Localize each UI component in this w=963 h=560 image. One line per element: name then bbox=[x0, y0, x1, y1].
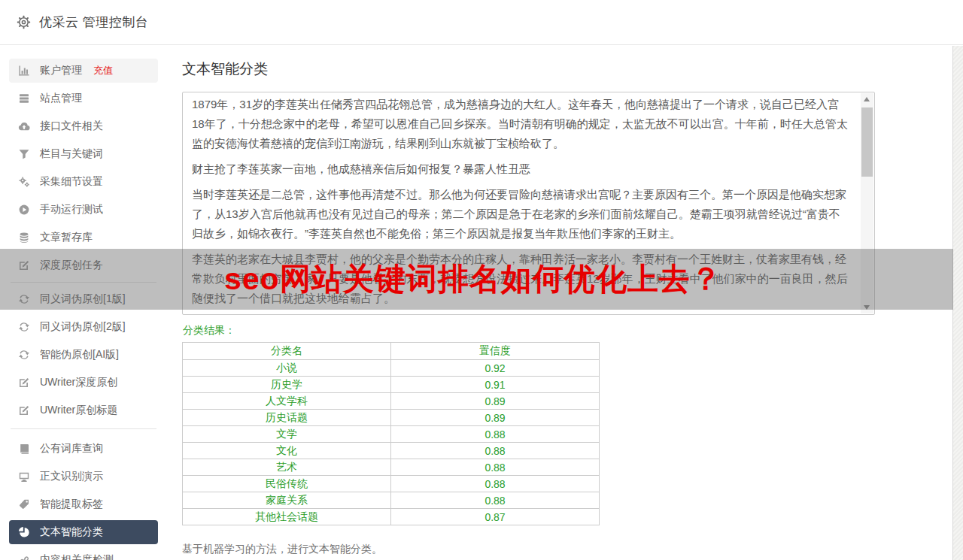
sidebar-item-label: 栏目与关键词 bbox=[40, 147, 103, 161]
sidebar-item-label: 文章暂存库 bbox=[40, 231, 93, 244]
refresh-icon bbox=[18, 349, 30, 361]
classification-table: 分类名置信度 小说0.92历史学0.91人文学科0.89历史话题0.89文学0.… bbox=[182, 342, 600, 525]
sidebar-item-16[interactable]: 文本智能分类 bbox=[9, 520, 158, 544]
scroll-up-icon[interactable] bbox=[861, 93, 873, 105]
bar-chart-icon bbox=[18, 65, 30, 77]
table-cell: 其他社会话题 bbox=[183, 509, 391, 525]
table-cell: 家庭关系 bbox=[183, 492, 391, 509]
table-cell: 人文学科 bbox=[183, 393, 391, 410]
description-note: 基于机器学习的方法，进行文本智能分类。 bbox=[182, 543, 382, 556]
sidebar-item-label: 接口文件相关 bbox=[40, 120, 103, 133]
sidebar-item-3[interactable]: 栏目与关键词 bbox=[9, 142, 158, 166]
table-cell: 0.88 bbox=[391, 476, 600, 492]
pie-chart-icon bbox=[18, 526, 30, 538]
tag-icon bbox=[18, 498, 30, 510]
table-header-row: 分类名置信度 bbox=[183, 343, 600, 360]
sidebar-divider bbox=[11, 428, 156, 429]
sidebar-item-label: 智能提取标签 bbox=[40, 498, 103, 511]
sidebar-item-label: 公有词库查询 bbox=[40, 442, 103, 456]
table-cell: 0.88 bbox=[391, 443, 600, 459]
table-cell: 0.91 bbox=[391, 377, 600, 393]
sidebar-item-label: 站点管理 bbox=[40, 92, 82, 105]
sidebar-item-label: 智能伪原创[AI版] bbox=[40, 348, 119, 362]
sidebar-item-2[interactable]: 接口文件相关 bbox=[9, 114, 158, 138]
monitor-icon bbox=[18, 471, 30, 483]
table-header-cell: 置信度 bbox=[391, 343, 600, 360]
table-row: 文学0.88 bbox=[183, 426, 600, 443]
sidebar-item-label: 同义词伪原创[2版] bbox=[40, 320, 126, 334]
table-cell: 0.87 bbox=[391, 509, 600, 525]
sidebar-item-11[interactable]: UWriter深度原创 bbox=[9, 371, 158, 395]
sidebar-item-label: 正文识别演示 bbox=[40, 470, 103, 483]
editor-paragraph: 财主抢了李莲英家一亩地，他成慈禧亲信后如何报复？暴露人性丑恶 bbox=[192, 159, 850, 179]
table-cell: 民俗传统 bbox=[183, 476, 391, 492]
table-cell: 艺术 bbox=[183, 459, 391, 476]
table-head: 分类名置信度 bbox=[183, 343, 600, 360]
table-row: 家庭关系0.88 bbox=[183, 492, 600, 509]
app-title: 优采云 管理控制台 bbox=[39, 14, 148, 31]
sidebar-item-5[interactable]: 手动运行测试 bbox=[9, 198, 158, 222]
sidebar-item-9[interactable]: 同义词伪原创[2版] bbox=[9, 315, 158, 339]
table-cell: 0.89 bbox=[391, 410, 600, 426]
sidebar-item-13[interactable]: 公有词库查询 bbox=[9, 437, 158, 461]
app-window: 优采云 管理控制台 账户管理充值站点管理接口文件相关栏目与关键词采集细节设置手动… bbox=[0, 0, 963, 560]
sidebar-item-12[interactable]: UWriter原创标题 bbox=[9, 398, 158, 422]
table-row: 历史学0.91 bbox=[183, 377, 600, 393]
server-icon bbox=[18, 92, 30, 104]
edit-icon bbox=[18, 377, 30, 389]
sidebar-item-10[interactable]: 智能伪原创[AI版] bbox=[9, 343, 158, 367]
watermark-overlay: seo网站关键词排名如何优化上去？ bbox=[0, 249, 953, 310]
table-header-cell: 分类名 bbox=[183, 343, 391, 360]
sidebar-item-15[interactable]: 智能提取标签 bbox=[9, 492, 158, 516]
play-circle-icon bbox=[18, 204, 30, 216]
sidebar-item-1[interactable]: 站点管理 bbox=[9, 86, 158, 110]
editor-paragraph: 当时李莲英还是二总管，这件事他再清楚不过。那么他为何还要冒险向慈禧请求出宫呢？主… bbox=[192, 185, 850, 244]
sidebar-item-label: 内容相关度检测 bbox=[40, 553, 114, 560]
cloud-upload-icon bbox=[18, 120, 30, 132]
table-row: 小说0.92 bbox=[183, 360, 600, 377]
recharge-badge[interactable]: 充值 bbox=[93, 64, 113, 77]
editor-paragraph: 财主抢了李莲英家一亩地，他成慈禧亲信后如何报复？暴露人性丑恶 bbox=[192, 314, 850, 315]
table-row: 艺术0.88 bbox=[183, 459, 600, 476]
link-icon bbox=[18, 554, 30, 560]
table-cell: 小说 bbox=[183, 360, 391, 377]
table-cell: 历史学 bbox=[183, 377, 391, 393]
table-cell: 历史话题 bbox=[183, 410, 391, 426]
settings-gear-icon bbox=[17, 15, 31, 29]
table-cell: 文化 bbox=[183, 443, 391, 459]
table-cell: 0.89 bbox=[391, 393, 600, 410]
header-bar: 优采云 管理控制台 bbox=[0, 0, 963, 45]
sidebar-item-label: UWriter原创标题 bbox=[40, 404, 117, 417]
editor-paragraph: 1879年，31岁的李莲英出任储秀宫四品花翎总管，成为慈禧身边的大红人。这年春天… bbox=[192, 95, 850, 153]
table-row: 人文学科0.89 bbox=[183, 393, 600, 410]
filter-icon bbox=[18, 148, 30, 160]
page-background-strip bbox=[952, 46, 963, 560]
watermark-text: seo网站关键词排名如何优化上去？ bbox=[224, 259, 722, 300]
table-cell: 0.88 bbox=[391, 492, 600, 509]
sidebar-item-label: 账户管理 bbox=[40, 64, 82, 77]
table-body: 小说0.92历史学0.91人文学科0.89历史话题0.89文学0.88文化0.8… bbox=[183, 360, 600, 525]
edit-icon bbox=[18, 404, 30, 416]
scrollbar-thumb[interactable] bbox=[861, 107, 873, 177]
sidebar-item-17[interactable]: 内容相关度检测 bbox=[9, 548, 158, 560]
sidebar-item-4[interactable]: 采集细节设置 bbox=[9, 170, 158, 194]
sidebar-item-label: UWriter深度原创 bbox=[40, 376, 117, 389]
gears-icon bbox=[18, 176, 30, 188]
sidebar-item-6[interactable]: 文章暂存库 bbox=[9, 226, 158, 250]
database-icon bbox=[18, 232, 30, 244]
book-icon bbox=[18, 443, 30, 455]
table-row: 其他社会话题0.87 bbox=[183, 509, 600, 525]
table-row: 文化0.88 bbox=[183, 443, 600, 459]
sidebar-item-label: 手动运行测试 bbox=[40, 203, 103, 216]
sidebar-item-label: 采集细节设置 bbox=[40, 175, 103, 189]
sidebar-item-0[interactable]: 账户管理充值 bbox=[9, 59, 158, 83]
table-row: 民俗传统0.88 bbox=[183, 476, 600, 492]
table-cell: 0.88 bbox=[391, 426, 600, 443]
table-cell: 0.92 bbox=[391, 360, 600, 377]
sidebar-item-label: 文本智能分类 bbox=[40, 525, 103, 539]
refresh-icon bbox=[18, 321, 30, 333]
results-label: 分类结果： bbox=[183, 324, 235, 338]
table-cell: 0.88 bbox=[391, 459, 600, 476]
sidebar-item-14[interactable]: 正文识别演示 bbox=[9, 465, 158, 489]
table-row: 历史话题0.89 bbox=[183, 410, 600, 426]
